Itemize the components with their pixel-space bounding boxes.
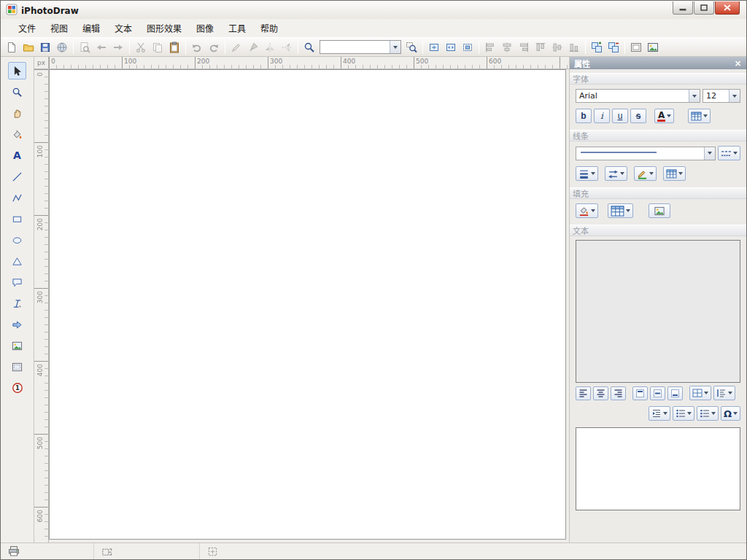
line-style-select[interactable] (576, 147, 716, 160)
cut-button[interactable] (133, 39, 149, 55)
properties-header[interactable]: 属性 × (570, 57, 746, 69)
undo-button[interactable] (189, 39, 205, 55)
zoom-region-button[interactable] (403, 39, 419, 55)
align-middle-button[interactable] (549, 39, 565, 55)
fill-color-dropdown[interactable] (576, 203, 598, 218)
line-pattern-dropdown[interactable] (663, 166, 686, 181)
font-size-select[interactable]: 12 (703, 89, 740, 103)
text-input[interactable] (576, 427, 740, 510)
indent-dropdown[interactable] (649, 406, 670, 421)
align-right-button[interactable] (516, 39, 532, 55)
line-width-dropdown[interactable] (576, 166, 598, 181)
save-button[interactable] (37, 39, 53, 55)
align-top-button[interactable] (533, 39, 549, 55)
underline-button[interactable]: u (612, 109, 628, 123)
paragraph-dropdown[interactable] (713, 386, 735, 400)
frame-tool[interactable] (8, 358, 26, 376)
zoom-tool[interactable] (8, 83, 26, 101)
polyline-tool[interactable] (8, 189, 26, 206)
line-arrow-dropdown[interactable] (605, 166, 627, 181)
number-badge-tool[interactable]: 1 (8, 379, 26, 397)
valign-bottom-button[interactable] (667, 386, 683, 400)
align-text-center-button[interactable] (593, 386, 608, 400)
minimize-button[interactable] (673, 1, 693, 15)
valign-top-button[interactable] (632, 386, 648, 400)
properties-body: 字体 Arial 12 b i u s (570, 69, 746, 540)
group-button[interactable] (589, 39, 605, 55)
font-color-dropdown[interactable]: A (654, 109, 674, 123)
close-button[interactable] (715, 1, 740, 15)
zoom-combobox[interactable] (320, 40, 401, 54)
back-button[interactable] (93, 39, 109, 55)
image-size-button[interactable] (645, 39, 661, 55)
fill-image-button[interactable] (649, 203, 670, 218)
line-tool[interactable] (8, 168, 26, 185)
open-button[interactable] (20, 39, 36, 55)
callout-tool[interactable] (8, 273, 26, 291)
menu-image[interactable]: 图像 (189, 19, 221, 37)
new-button[interactable] (4, 39, 20, 55)
font-family-select[interactable]: Arial (576, 89, 700, 103)
select-tool[interactable] (8, 62, 26, 79)
menu-edit[interactable]: 编辑 (75, 19, 107, 37)
text-tool[interactable]: A (8, 147, 26, 164)
paste-button[interactable] (166, 39, 182, 55)
menu-text[interactable]: 文本 (107, 19, 139, 37)
distort-text-tool[interactable] (8, 295, 26, 312)
polyline-icon (12, 192, 23, 203)
copy-button[interactable] (150, 39, 166, 55)
bold-button[interactable]: b (576, 109, 592, 123)
strikethrough-button[interactable]: s (630, 109, 646, 123)
fit-canvas-button[interactable] (426, 39, 442, 55)
drawing-canvas[interactable] (49, 69, 566, 540)
menu-tools[interactable]: 工具 (221, 19, 253, 37)
fill-tool[interactable] (8, 125, 26, 143)
menu-shape-effects[interactable]: 图形效果 (139, 19, 189, 37)
print-preview-button[interactable] (77, 39, 93, 55)
line-dash-dropdown[interactable] (718, 146, 740, 160)
align-text-left-button[interactable] (576, 386, 591, 400)
edit-shape-button[interactable] (228, 39, 244, 55)
flip-vertical-button[interactable] (279, 39, 295, 55)
forward-button[interactable] (110, 39, 126, 55)
symbol-dropdown[interactable]: Ω (721, 406, 740, 421)
fit-selection-button[interactable] (460, 39, 476, 55)
menu-file[interactable]: 文件 (11, 19, 43, 37)
polygon-tool[interactable] (8, 252, 26, 270)
printer-icon[interactable] (8, 545, 20, 557)
ungroup-button[interactable] (605, 39, 622, 55)
image-tool[interactable] (8, 337, 26, 354)
align-left-button[interactable] (482, 39, 498, 55)
ellipse-tool[interactable] (8, 231, 26, 249)
bullet-list-dropdown[interactable] (673, 406, 694, 421)
menu-help[interactable]: 帮助 (253, 19, 285, 37)
zoom-button[interactable] (301, 39, 317, 55)
fill-pattern-dropdown[interactable] (608, 203, 633, 218)
format-brush-button[interactable] (245, 39, 261, 55)
fit-width-button[interactable] (443, 39, 459, 55)
zoom-dropdown-button[interactable] (390, 41, 400, 53)
font-family-dropdown-button[interactable] (689, 90, 700, 102)
canvas-size-button[interactable] (628, 39, 644, 55)
font-pattern-dropdown[interactable] (688, 109, 711, 123)
valign-middle-button[interactable] (650, 386, 665, 400)
italic-button[interactable]: i (594, 109, 610, 123)
web-button[interactable] (54, 39, 70, 55)
text-orientation-dropdown[interactable] (689, 386, 711, 400)
align-bottom-button[interactable] (566, 39, 582, 55)
line-style-dropdown-button[interactable] (704, 147, 715, 160)
panel-close-button[interactable]: × (732, 58, 743, 69)
font-size-dropdown-button[interactable] (729, 90, 740, 102)
align-text-right-button[interactable] (611, 386, 626, 400)
menu-view[interactable]: 视图 (43, 19, 75, 37)
flip-horizontal-button[interactable] (262, 39, 278, 55)
numbered-list-dropdown[interactable] (697, 406, 719, 421)
align-center-button[interactable] (499, 39, 515, 55)
redo-button[interactable] (206, 39, 222, 55)
line-color-dropdown[interactable] (634, 166, 657, 181)
maximize-button[interactable] (694, 1, 714, 15)
pan-tool[interactable] (8, 104, 26, 122)
arrow-tool[interactable] (8, 316, 26, 333)
zoom-input[interactable] (320, 42, 390, 52)
rectangle-tool[interactable] (8, 210, 26, 228)
